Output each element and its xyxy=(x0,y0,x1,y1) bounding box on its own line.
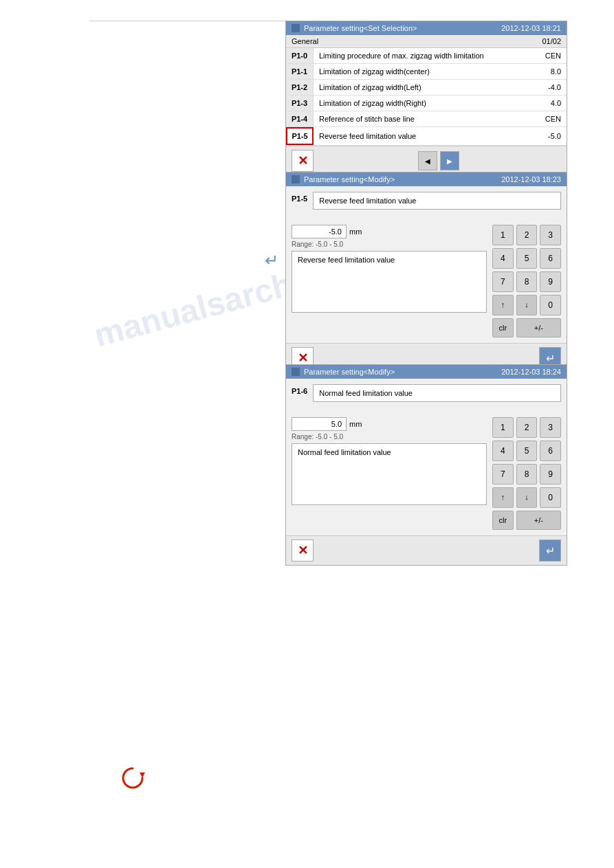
modify-param-row-2: P1-5 Reverse feed limitation value xyxy=(286,186,567,219)
param-value-p1-0: CEN xyxy=(532,48,567,63)
param-label-p1-4: Reference of stitch base line xyxy=(314,111,532,126)
plusminus-btn-3[interactable]: +/- xyxy=(516,511,561,530)
modify-param-title-2: Reverse feed limitation value xyxy=(313,192,561,210)
table-row[interactable]: P1-0 Limiting procedure of max. zigzag w… xyxy=(286,48,567,64)
modify-body-3: mm Range: -5.0 - 5.0 Normal feed limitat… xyxy=(286,412,567,535)
num-btn-up-3[interactable]: ↑ xyxy=(492,487,514,508)
param-value-p1-5: -5.0 xyxy=(532,129,567,144)
clr-btn-3[interactable]: clr xyxy=(492,511,514,530)
plusminus-btn-2[interactable]: +/- xyxy=(516,318,561,337)
refresh-icon[interactable] xyxy=(120,766,145,790)
param-id-p1-1[interactable]: P1-1 xyxy=(286,64,314,79)
num-btn-0-3[interactable]: 0 xyxy=(540,487,561,508)
numpad-3: 1 2 3 4 5 6 7 8 9 ↑ ↓ 0 clr +/- xyxy=(492,417,561,530)
input-row-2: mm xyxy=(292,225,487,238)
clr-btn-2[interactable]: clr xyxy=(492,318,514,337)
refresh-icon-container xyxy=(120,766,145,792)
panel-1-title: Parameter setting<Set Selection> xyxy=(304,24,417,32)
panel-2-header: Parameter setting<Modify> 2012-12-03 18:… xyxy=(286,173,567,186)
cancel-button-1[interactable]: ✕ xyxy=(292,150,314,172)
general-label: General xyxy=(292,37,318,45)
num-btn-2-3[interactable]: 2 xyxy=(516,417,538,438)
num-btn-3-3[interactable]: 3 xyxy=(540,417,561,438)
modify-left-3: mm Range: -5.0 - 5.0 Normal feed limitat… xyxy=(292,417,487,530)
modify-param-title-3: Normal feed limitation value xyxy=(313,384,561,402)
num-btn-2-2[interactable]: 2 xyxy=(516,225,538,245)
panel-2-title: Parameter setting<Modify> xyxy=(304,175,395,183)
panel-1-footer: ✕ ◀ ▶ xyxy=(286,146,567,175)
confirm-icon-3: ↵ xyxy=(546,544,555,557)
cancel-button-3[interactable]: ✕ xyxy=(292,539,314,561)
num-btn-3-2[interactable]: 3 xyxy=(540,225,561,245)
input-row-3: mm xyxy=(292,417,487,431)
table-row[interactable]: P1-4 Reference of stitch base line CEN xyxy=(286,111,567,127)
num-btn-4-2[interactable]: 4 xyxy=(492,248,514,269)
num-btn-1-3[interactable]: 1 xyxy=(492,417,514,438)
param-label-p1-5: Reverse feed limitation value xyxy=(314,129,532,144)
panel-icon xyxy=(292,24,300,32)
cancel-icon-1: ✕ xyxy=(298,153,308,168)
next-button-1[interactable]: ▶ xyxy=(440,151,459,170)
table-row[interactable]: P1-1 Limitation of zigzag width(center) … xyxy=(286,64,567,80)
cancel-icon-2: ✕ xyxy=(298,350,308,366)
panel-modify-p1-5: Parameter setting<Modify> 2012-12-03 18:… xyxy=(285,172,567,373)
num-btn-5-3[interactable]: 5 xyxy=(516,441,538,461)
unit-label-3: mm xyxy=(349,420,362,428)
modify-body-2: mm Range: -5.0 - 5.0 Reverse feed limita… xyxy=(286,219,567,343)
table-row[interactable]: P1-3 Limitation of zigzag width(Right) 4… xyxy=(286,96,567,111)
num-btn-4-3[interactable]: 4 xyxy=(492,441,514,461)
param-label-p1-2: Limitation of zigzag width(Left) xyxy=(314,80,532,95)
confirm-button-3[interactable]: ↵ xyxy=(539,539,561,561)
panel-3-header: Parameter setting<Modify> 2012-12-03 18:… xyxy=(286,365,567,379)
table-row[interactable]: P1-5 Reverse feed limitation value -5.0 xyxy=(286,127,567,146)
num-btn-9-3[interactable]: 9 xyxy=(540,464,561,485)
description-box-3: Normal feed limitation value xyxy=(292,443,487,505)
modify-footer-3: ✕ ↵ xyxy=(286,535,567,565)
panel-set-selection: Parameter setting<Set Selection> 2012-12… xyxy=(285,21,567,176)
panel-modify-p1-6: Parameter setting<Modify> 2012-12-03 18:… xyxy=(285,364,567,566)
value-input-3[interactable] xyxy=(292,417,347,431)
arrow-indicator-1: ↵ xyxy=(265,251,278,270)
panel-3-title: Parameter setting<Modify> xyxy=(304,368,395,376)
range-label-2: Range: -5.0 - 5.0 xyxy=(292,241,487,248)
param-id-p1-3[interactable]: P1-3 xyxy=(286,96,314,111)
num-btn-6-2[interactable]: 6 xyxy=(540,248,561,269)
num-btn-8-2[interactable]: 8 xyxy=(516,271,538,292)
num-btn-up-2[interactable]: ↑ xyxy=(492,295,514,315)
num-btn-8-3[interactable]: 8 xyxy=(516,464,538,485)
param-id-p1-5[interactable]: P1-5 xyxy=(286,127,314,145)
num-btn-down-2[interactable]: ↓ xyxy=(516,295,538,315)
num-btn-down-3[interactable]: ↓ xyxy=(516,487,538,508)
param-label-p1-1: Limitation of zigzag width(center) xyxy=(314,64,532,79)
value-input-2[interactable] xyxy=(292,225,347,238)
modify-param-row-3: P1-6 Normal feed limitation value xyxy=(286,379,567,412)
confirm-icon-2: ↵ xyxy=(546,352,555,365)
cancel-icon-3: ✕ xyxy=(298,543,308,558)
modify-param-id-3: P1-6 xyxy=(292,384,307,398)
panel-2-datetime: 2012-12-03 18:23 xyxy=(501,175,561,183)
num-btn-6-3[interactable]: 6 xyxy=(540,441,561,461)
param-id-p1-4[interactable]: P1-4 xyxy=(286,111,314,126)
panel-1-datetime: 2012-12-03 18:21 xyxy=(501,24,561,32)
description-box-2: Reverse feed limitation value xyxy=(292,251,487,313)
num-btn-5-2[interactable]: 5 xyxy=(516,248,538,269)
panel-3-datetime: 2012-12-03 18:24 xyxy=(501,368,561,376)
page-indicator: 01/02 xyxy=(542,37,561,45)
param-value-p1-2: -4.0 xyxy=(532,80,567,95)
panel-1-table-header: General 01/02 xyxy=(286,35,567,48)
param-value-p1-4: CEN xyxy=(532,111,567,126)
param-label-p1-0: Limiting procedure of max. zigzag width … xyxy=(314,48,532,63)
num-btn-1-2[interactable]: 1 xyxy=(492,225,514,245)
num-btn-7-2[interactable]: 7 xyxy=(492,271,514,292)
param-id-p1-0[interactable]: P1-0 xyxy=(286,48,314,63)
param-id-p1-2[interactable]: P1-2 xyxy=(286,80,314,95)
num-btn-9-2[interactable]: 9 xyxy=(540,271,561,292)
param-value-p1-3: 4.0 xyxy=(532,96,567,111)
panel-2-icon xyxy=(292,175,300,183)
prev-button-1[interactable]: ◀ xyxy=(418,151,437,170)
param-value-p1-1: 8.0 xyxy=(532,64,567,79)
num-btn-7-3[interactable]: 7 xyxy=(492,464,514,485)
num-btn-0-2[interactable]: 0 xyxy=(540,295,561,315)
range-label-3: Range: -5.0 - 5.0 xyxy=(292,433,487,441)
table-row[interactable]: P1-2 Limitation of zigzag width(Left) -4… xyxy=(286,80,567,96)
